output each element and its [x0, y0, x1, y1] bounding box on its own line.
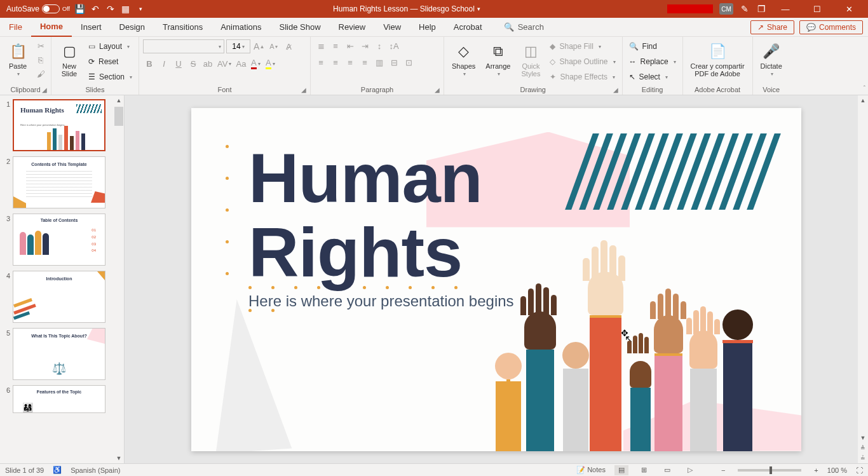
columns-button[interactable]: ▥ — [373, 56, 386, 69]
bold-button[interactable]: B — [143, 57, 156, 70]
bullets-button[interactable]: ≣ — [315, 39, 327, 52]
tell-me-search[interactable]: 🔍 Search — [491, 22, 544, 32]
tab-review[interactable]: Review — [330, 18, 375, 37]
slide-subtitle[interactable]: Here is where your presentation begins — [248, 292, 514, 310]
slide-canvas[interactable]: Human Rights Here is where your presenta… — [191, 108, 801, 451]
thumbnail-3[interactable]: 3 Table of Contents 01020304 — [3, 214, 121, 266]
tab-file[interactable]: File — [0, 18, 31, 37]
dialog-launcher-icon[interactable]: ◢ — [42, 86, 47, 93]
ribbon-display-icon[interactable]: ❐ — [756, 4, 766, 14]
align-center-button[interactable]: ≡ — [329, 56, 342, 69]
smartart-button[interactable]: ⊡ — [402, 56, 415, 69]
tab-design[interactable]: Design — [111, 18, 154, 37]
scroll-down-icon[interactable]: ▼ — [114, 453, 124, 463]
thumbnail-6[interactable]: 6 Features of the Topic 👨‍👩‍👧 — [3, 385, 121, 413]
highlight-button[interactable]: A▾ — [264, 57, 276, 70]
collapse-ribbon-icon[interactable]: ˆ — [864, 85, 865, 92]
cut-button[interactable]: ✂ — [34, 39, 47, 52]
copy-button[interactable]: ⎘ — [34, 53, 47, 66]
font-name-combo[interactable]: ▾ — [143, 39, 224, 53]
zoom-out-button[interactable]: − — [721, 466, 725, 474]
thumbnail-scrollbar[interactable]: ▲ ▼ — [114, 95, 124, 463]
slideshow-view-button[interactable]: ▷ — [683, 465, 697, 475]
change-case-button[interactable]: Aa — [234, 57, 247, 70]
slide-title[interactable]: Human Rights — [248, 141, 482, 290]
undo-icon[interactable]: ↶ — [90, 4, 100, 14]
arrange-button[interactable]: ⧉Arrange▾ — [482, 39, 514, 79]
thumbnail-2[interactable]: 2 Contents of This Template — [3, 156, 121, 208]
minimize-button[interactable]: — — [773, 0, 798, 18]
thumbnail-1[interactable]: 1 Human Rights Here is where your presen… — [3, 99, 121, 151]
notes-button[interactable]: 📝 Notes — [576, 466, 606, 474]
thumbnail-4[interactable]: 4 Introduction — [3, 271, 121, 323]
thumbnail-panel[interactable]: 1 Human Rights Here is where your presen… — [0, 95, 125, 463]
clear-formatting-button[interactable]: A̷ — [282, 40, 295, 53]
title-dropdown-icon[interactable]: ▾ — [477, 6, 480, 12]
zoom-slider[interactable] — [738, 469, 801, 472]
slide-sorter-button[interactable]: ⊞ — [637, 465, 651, 475]
fit-to-window-button[interactable]: ⛶ — [856, 466, 863, 474]
scroll-down-icon[interactable]: ▼ — [858, 433, 868, 443]
font-size-combo[interactable]: 14▾ — [226, 39, 250, 53]
user-avatar[interactable]: CM — [719, 3, 733, 15]
replace-button[interactable]: ↔Replace▾ — [627, 55, 679, 69]
reading-view-button[interactable]: ▭ — [660, 465, 674, 475]
reset-button[interactable]: ⟳Reset — [86, 55, 135, 69]
font-color-button[interactable]: A▾ — [249, 57, 262, 70]
thumbnail-5[interactable]: 5 What Is This Topic About? ⚖️ — [3, 328, 121, 380]
slide-counter[interactable]: Slide 1 of 39 — [5, 466, 44, 474]
shape-outline-button[interactable]: ◇Shape Outline▾ — [547, 55, 618, 69]
scroll-thumb[interactable] — [114, 107, 123, 126]
zoom-level[interactable]: 100 % — [827, 466, 847, 474]
tab-home[interactable]: Home — [31, 18, 72, 37]
tab-help[interactable]: Help — [410, 18, 445, 37]
line-spacing-button[interactable]: ↕ — [373, 39, 386, 52]
next-slide-icon[interactable]: ≟ — [858, 453, 868, 463]
new-slide-button[interactable]: ▢ New Slide — [55, 39, 83, 80]
find-button[interactable]: 🔍Find — [627, 39, 679, 53]
prev-slide-icon[interactable]: ≜ — [858, 443, 868, 453]
save-icon[interactable]: 💾 — [75, 4, 85, 14]
dialog-launcher-icon[interactable]: ◢ — [301, 86, 306, 93]
editor-vertical-scrollbar[interactable]: ▲ ▼ ≜ ≟ — [858, 95, 868, 463]
slide-editor[interactable]: Human Rights Here is where your presenta… — [125, 95, 868, 463]
scroll-up-icon[interactable]: ▲ — [858, 95, 868, 105]
tab-animations[interactable]: Animations — [212, 18, 270, 37]
underline-button[interactable]: U — [172, 57, 185, 70]
comments-button[interactable]: 💬 Comments — [799, 20, 863, 34]
increase-indent-button[interactable]: ⇥ — [358, 39, 371, 52]
qat-more-icon[interactable]: ▾ — [136, 4, 146, 14]
decrease-indent-button[interactable]: ⇤ — [344, 39, 356, 52]
align-right-button[interactable]: ≡ — [344, 56, 356, 69]
tab-slideshow[interactable]: Slide Show — [270, 18, 329, 37]
dialog-launcher-icon[interactable]: ◢ — [613, 86, 618, 93]
paste-button[interactable]: 📋 Paste ▾ — [4, 39, 32, 79]
format-painter-button[interactable]: 🖌 — [34, 67, 47, 80]
dialog-launcher-icon[interactable]: ◢ — [435, 86, 440, 93]
zoom-in-button[interactable]: + — [814, 466, 818, 474]
strikethrough-button[interactable]: S — [187, 57, 200, 70]
pen-input-icon[interactable]: ✎ — [740, 4, 750, 14]
share-button[interactable]: ↗ Share — [750, 20, 794, 34]
section-button[interactable]: ☰Section▾ — [86, 70, 135, 84]
tab-view[interactable]: View — [374, 18, 410, 37]
create-share-pdf-button[interactable]: 📄 Crear y compartir PDF de Adobe — [687, 39, 749, 80]
tab-acrobat[interactable]: Acrobat — [445, 18, 491, 37]
tab-transitions[interactable]: Transitions — [154, 18, 212, 37]
align-left-button[interactable]: ≡ — [315, 56, 327, 69]
shrink-font-button[interactable]: A▼ — [268, 40, 280, 53]
language-status[interactable]: Spanish (Spain) — [71, 466, 120, 474]
select-button[interactable]: ↖Select▾ — [627, 70, 679, 84]
redo-icon[interactable]: ↷ — [105, 4, 116, 14]
scroll-up-icon[interactable]: ▲ — [114, 95, 124, 105]
shapes-button[interactable]: ◇Shapes▾ — [448, 39, 479, 79]
normal-view-button[interactable]: ▤ — [614, 465, 628, 475]
align-text-button[interactable]: ⊟ — [388, 56, 400, 69]
text-shadow-button[interactable]: ab — [201, 57, 214, 70]
present-from-start-icon[interactable]: ▦ — [121, 4, 131, 14]
justify-button[interactable]: ≡ — [358, 56, 371, 69]
numbering-button[interactable]: ≡ — [329, 39, 342, 52]
layout-button[interactable]: ▭Layout▾ — [86, 39, 135, 53]
accessibility-icon[interactable]: ♿ — [53, 466, 62, 474]
shape-fill-button[interactable]: ◆Shape Fill▾ — [547, 39, 618, 53]
